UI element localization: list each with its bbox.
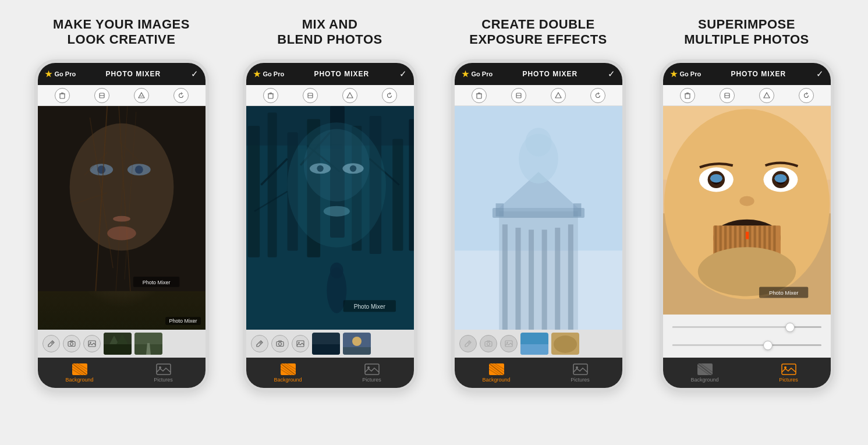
go-pro-btn-4[interactable]: ★ Go Pro <box>670 69 702 79</box>
refresh-btn-1[interactable] <box>173 88 189 103</box>
thumb-1-1[interactable] <box>104 333 132 355</box>
toolbar-2 <box>246 85 414 106</box>
layers-btn-1[interactable] <box>94 88 109 103</box>
svg-point-129 <box>554 335 577 353</box>
eyedropper-btn-2[interactable] <box>251 335 268 352</box>
confirm-btn-1[interactable]: ✓ <box>191 69 199 79</box>
toolbar-3 <box>455 85 622 106</box>
svg-rect-78 <box>246 106 414 330</box>
svg-point-83 <box>298 342 299 343</box>
thumbnails-row-3 <box>455 330 622 358</box>
svg-line-120 <box>468 342 470 344</box>
section-title-2: MIX ANDBLEND PHOTOS <box>277 12 382 52</box>
thumb-1-2[interactable] <box>134 333 162 355</box>
refresh-btn-2[interactable] <box>382 88 397 103</box>
go-pro-label-2: Go Pro <box>263 70 285 77</box>
svg-point-29 <box>90 342 91 343</box>
thumb-3-1[interactable] <box>520 333 548 355</box>
gallery-btn-2[interactable] <box>292 335 309 352</box>
nav-background-3[interactable]: Background <box>455 358 538 388</box>
slider-track-2[interactable] <box>672 344 821 346</box>
svg-marker-5 <box>139 93 144 98</box>
gallery-btn-1[interactable] <box>83 335 101 352</box>
main-image-2: Photo Mixer <box>246 106 414 330</box>
svg-rect-157 <box>714 225 717 256</box>
phone-section-4: SUPERIMPOSEMULTIPLE PHOTOS ★ Go Pro PHOT… <box>648 12 846 391</box>
phone-frame-1: ★ Go Pro PHOTO MIXER ✓ <box>34 59 209 391</box>
slider-thumb-1[interactable] <box>785 323 795 332</box>
section-title-1: MAKE YOUR IMAGESLOOK CREATIVE <box>53 12 190 52</box>
filter-btn-1[interactable] <box>134 88 149 103</box>
go-pro-btn-2[interactable]: ★ Go Pro <box>253 69 285 79</box>
app-title-1: PHOTO MIXER <box>105 70 161 78</box>
app-title-2: PHOTO MIXER <box>314 70 369 78</box>
refresh-btn-4[interactable] <box>799 88 814 103</box>
nav-pic-label-1: Pictures <box>154 377 173 383</box>
star-icon-4: ★ <box>670 69 678 79</box>
nav-pictures-2[interactable]: Pictures <box>330 358 414 388</box>
toolbar-4 <box>663 85 831 106</box>
gallery-btn-3[interactable] <box>500 335 518 352</box>
confirm-btn-2[interactable]: ✓ <box>399 69 407 79</box>
layers-btn-2[interactable] <box>303 88 318 103</box>
trash-btn-1[interactable] <box>55 88 70 103</box>
trash-btn-3[interactable] <box>472 88 487 103</box>
confirm-btn-3[interactable]: ✓ <box>608 69 615 79</box>
svg-rect-170 <box>745 232 748 239</box>
nav-pic-label-3: Pictures <box>571 377 590 383</box>
nav-bg-label-1: Background <box>65 377 93 383</box>
bottom-nav-3: Background Pictures <box>455 358 622 388</box>
app-title-3: PHOTO MIXER <box>522 70 578 78</box>
nav-bg-label-4: Background <box>690 377 718 383</box>
star-icon-3: ★ <box>462 69 469 79</box>
svg-point-12 <box>134 165 143 174</box>
slider-area-4 <box>663 315 831 358</box>
svg-rect-97 <box>477 94 481 98</box>
slider-thumb-2[interactable] <box>763 341 773 350</box>
nav-background-4[interactable]: Background <box>663 358 747 388</box>
app-bar-4: ★ Go Pro PHOTO MIXER ✓ <box>663 63 831 85</box>
toolbar-1 <box>38 85 206 106</box>
trash-btn-2[interactable] <box>263 88 278 103</box>
phone-section-3: CREATE DOUBLEEXPOSURE EFFECTS ★ Go Pro P… <box>440 12 637 391</box>
nav-pictures-1[interactable]: Pictures <box>122 358 206 388</box>
main-image-3 <box>455 106 622 330</box>
refresh-btn-3[interactable] <box>590 88 605 103</box>
eyedropper-btn-1[interactable] <box>42 335 60 352</box>
eyedropper-btn-3[interactable] <box>459 335 477 352</box>
confirm-btn-4[interactable]: ✓ <box>816 69 824 79</box>
svg-marker-143 <box>764 93 770 98</box>
camera-btn-1[interactable] <box>63 335 80 352</box>
go-pro-btn-3[interactable]: ★ Go Pro <box>462 69 493 79</box>
slider-track-1[interactable] <box>672 326 821 328</box>
nav-pictures-3[interactable]: Pictures <box>538 358 622 388</box>
camera-btn-3[interactable] <box>480 335 497 352</box>
filter-btn-2[interactable] <box>342 88 357 103</box>
svg-point-124 <box>506 342 508 343</box>
layers-btn-4[interactable] <box>720 88 735 103</box>
nav-pic-label-4: Pictures <box>779 377 798 383</box>
filter-btn-3[interactable] <box>551 88 566 103</box>
phone-frame-4: ★ Go Pro PHOTO MIXER ✓ <box>660 59 834 391</box>
layers-btn-3[interactable] <box>511 88 526 103</box>
svg-point-81 <box>278 342 281 345</box>
svg-rect-31 <box>104 344 132 355</box>
section-title-4: SUPERIMPOSEMULTIPLE PHOTOS <box>684 12 809 52</box>
thumb-2-2[interactable] <box>343 333 371 355</box>
thumb-3-2[interactable] <box>551 333 579 355</box>
phone-frame-3: ★ Go Pro PHOTO MIXER ✓ <box>451 59 626 391</box>
thumb-2-1[interactable] <box>312 333 340 355</box>
trash-btn-4[interactable] <box>680 88 695 103</box>
nav-background-1[interactable]: Background <box>38 358 122 388</box>
nav-background-2[interactable]: Background <box>246 358 330 388</box>
nav-pictures-4[interactable]: Pictures <box>747 358 831 388</box>
nav-bg-label-3: Background <box>482 377 510 383</box>
svg-line-25 <box>51 342 53 344</box>
svg-point-21 <box>113 216 130 222</box>
svg-marker-102 <box>555 93 561 98</box>
star-icon-1: ★ <box>45 69 52 79</box>
go-pro-btn-1[interactable]: ★ Go Pro <box>45 69 76 79</box>
filter-btn-4[interactable] <box>759 88 774 103</box>
go-pro-label-3: Go Pro <box>472 70 493 77</box>
camera-btn-2[interactable] <box>271 335 289 352</box>
